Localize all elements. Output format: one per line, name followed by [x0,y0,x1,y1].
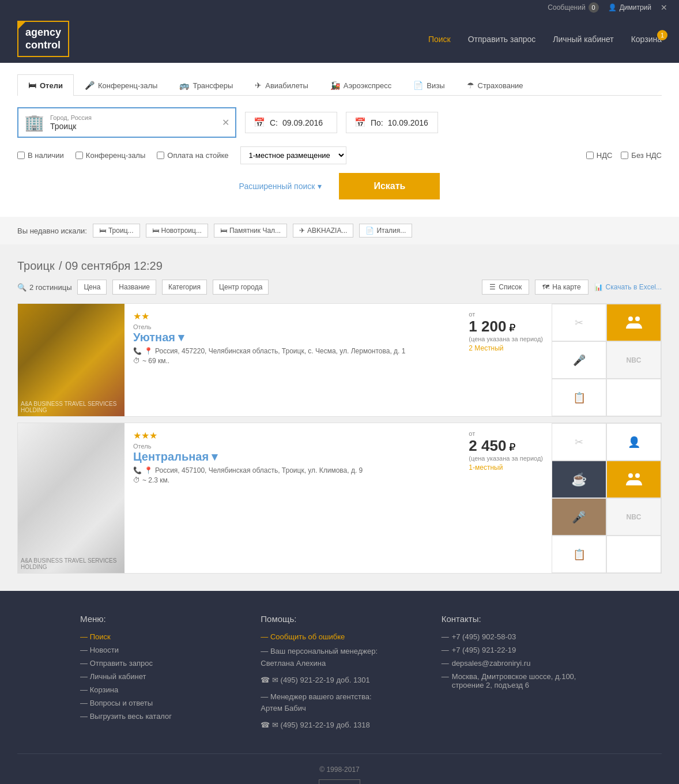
tab-visas[interactable]: 📄 Визы [402,74,455,96]
excel-export-btn[interactable]: 📊 Скачать в Excel... [594,283,662,291]
footer-agency-contact: ☎ ✉ (495) 921-22-19 доб. 1318 [261,719,418,732]
tab-transfers[interactable]: 🚌 Трансферы [168,74,244,96]
nav-search[interactable]: Поиск [428,35,451,44]
available-checkbox[interactable] [17,152,25,159]
hotel-image-2[interactable]: A&A BUSINESS TRAVEL SERVICES HOLDING [18,423,125,573]
price-period-2: (цена указана за период) [469,455,543,462]
close-button[interactable]: ✕ [661,3,667,12]
date-to-picker[interactable]: 📅 По: 10.09.2016 [346,112,438,133]
footer-menu-request[interactable]: Отправить запрос [80,659,237,668]
svg-point-3 [635,473,640,478]
excel-icon: 📊 [594,283,603,291]
footer-menu-faq[interactable]: Вопросы и ответы [80,699,237,707]
tab-hotels[interactable]: 🛏 Отели [17,74,74,96]
sort-center-btn[interactable]: Центр города [213,280,269,295]
rooms-select[interactable]: 1-местное размещение [240,146,346,164]
recent-searches: Вы недавно искали: 🛏 Троиц... 🛏 Новотрои… [0,217,679,244]
footer-menu-catalog[interactable]: Выгрузить весь каталог [80,712,237,721]
checkout-checkbox[interactable] [157,152,164,159]
hotel-price-2: от 2 450 ₽ (цена указана за период) 1-ме… [460,423,552,573]
recent-icon-5: 📄 [365,227,374,235]
recent-icon-4: ✈ [299,227,305,235]
footer-report-error[interactable]: Сообщить об ошибке [261,632,418,641]
sort-category-btn[interactable]: Категория [162,280,207,295]
hotel-name-2[interactable]: Центральная ▾ [133,450,451,463]
sort-price-btn[interactable]: Цена [77,280,107,295]
hotel-image-1[interactable]: A&A BUSINESS TRAVEL SERVICES HOLDING [18,304,125,416]
recent-item-4[interactable]: ✈ ABKHAZIA... [293,224,353,238]
list-icon: ☰ [489,283,496,291]
city-input[interactable] [50,122,222,131]
footer-logo-box: A & A [319,779,360,784]
recent-item-3[interactable]: 🛏 Памятник Чал... [214,224,287,238]
logo-line1: agency [25,27,61,38]
transfers-icon: 🚌 [179,81,189,90]
pin-icon-1: 📍 [144,347,153,355]
recent-label: Вы недавно искали: [17,227,87,235]
amenity-doc-1: 📋 [552,379,606,416]
flights-icon: ✈ [255,81,262,90]
vat-checkbox[interactable] [586,152,594,159]
no-vat-checkbox[interactable] [621,152,628,159]
filter-checkout[interactable]: Оплата на стойке [157,151,228,160]
clear-city-button[interactable]: ✕ [222,117,229,128]
logo[interactable]: agency control [17,21,69,57]
filter-no-vat[interactable]: Без НДС [621,151,662,160]
recent-icon-1: 🛏 [99,227,106,235]
pin-icon-2: 📍 [144,466,153,474]
messages-indicator[interactable]: Сообщений 0 [548,2,598,13]
recent-item-1[interactable]: 🛏 Троиц... [93,224,140,238]
conference-checkbox[interactable] [76,152,83,159]
filter-available[interactable]: В наличии [17,151,64,160]
footer-menu-search[interactable]: Поиск [80,632,237,641]
hotel-address-2: 📞 📍 Россия, 457100, Челябинская область,… [133,466,451,474]
nav-request[interactable]: Отправить запрос [468,35,536,44]
tab-conference[interactable]: 🎤 Конференц-залы [74,74,168,96]
hotel-amenities-1: ✂ 🎤 NBC 📋 [552,304,661,416]
footer-logo-area: A & A BUSINESS TRAVEL SERVICES HOLDING С… [17,779,662,784]
user-name: Димитрий [620,3,651,12]
nav-cabinet[interactable]: Личный кабинет [553,35,613,44]
amenity-person-2: 👤 [606,423,661,461]
date-to-value: 10.09.2016 [388,118,428,127]
view-map-btn[interactable]: 🗺 На карте [535,280,588,295]
date-from-picker[interactable]: 📅 С: 09.09.2016 [245,112,337,133]
insurance-icon: ☂ [467,81,474,90]
search-row: 🏢 Город, Россия ✕ 📅 С: 09.09.2016 📅 По: … [17,107,662,138]
price-from-label-1: от [469,311,543,318]
hotel-name-1[interactable]: Уютная ▾ [133,330,451,344]
city-search-box[interactable]: 🏢 Город, Россия ✕ [17,107,236,138]
category-tabs: 🛏 Отели 🎤 Конференц-залы 🚌 Трансферы ✈ А… [17,74,662,96]
footer-divider [17,753,662,754]
sort-name-btn[interactable]: Название [112,280,156,295]
footer-menu-title: Меню: [80,614,237,624]
hotel-distance-1: ⏱ ~ 69 км.. [133,357,451,365]
footer-menu-news[interactable]: Новости [80,646,237,654]
results-header: Троицк / 09 сентября 12:29 🔍 2 гостиницы… [17,256,662,295]
recent-item-5[interactable]: 📄 Италия... [359,224,412,238]
clock-icon-2: ⏱ [133,476,140,484]
recent-icon-3: 🛏 [220,227,227,235]
recent-icon-2: 🛏 [152,227,159,235]
vat-group: НДС Без НДС [586,151,662,160]
advanced-search-link[interactable]: Расширенный поиск ▾ [239,182,322,191]
footer-menu: Меню: Поиск Новости Отправить запрос Лич… [80,614,237,736]
clock-icon-1: ⏱ [133,357,140,365]
price-amount-1: 1 200 [469,318,506,335]
search-panel: 🛏 Отели 🎤 Конференц-залы 🚌 Трансферы ✈ А… [0,63,679,217]
amenity-scissors-1: ✂ [552,304,606,341]
tab-insurance[interactable]: ☂ Страхование [456,74,534,96]
tab-aeroexpress[interactable]: 🚂 Аэроэкспресс [319,74,403,96]
recent-item-2[interactable]: 🛏 Новотроиц... [146,224,208,238]
footer-menu-cabinet[interactable]: Личный кабинет [80,672,237,681]
messages-label: Сообщений [548,3,585,12]
hotel-img-label-1: A&A BUSINESS TRAVEL SERVICES HOLDING [21,401,125,413]
nav-cart[interactable]: Корзина 1 [631,35,662,44]
tab-flights[interactable]: ✈ Авиабилеты [244,74,319,96]
search-button[interactable]: Искать [339,173,440,199]
filter-vat[interactable]: НДС [586,151,613,160]
amenity-nbc-1: NBC [606,341,661,379]
view-list-btn[interactable]: ☰ Список [482,280,529,295]
filter-conference[interactable]: Конференц-залы [76,151,145,160]
footer-menu-cart[interactable]: Корзина [80,685,237,694]
